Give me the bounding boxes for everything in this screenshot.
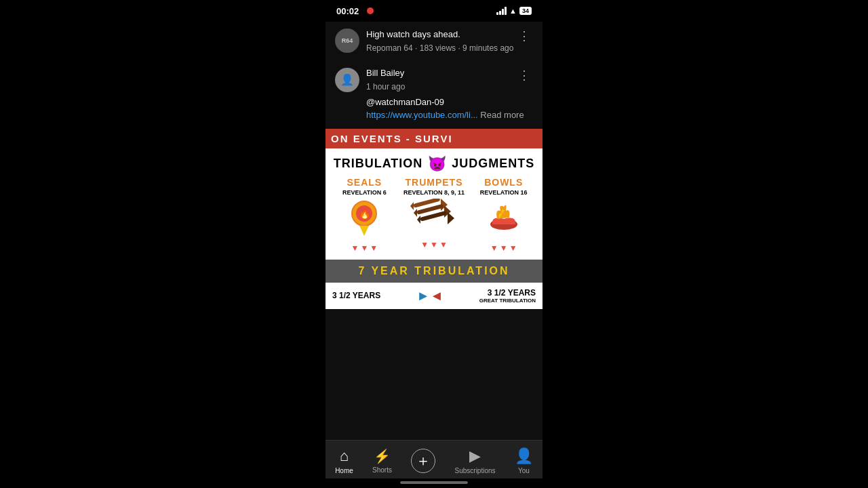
arrow-red-icon: ◄ [430, 288, 443, 304]
col-arrows-trumpets: ▼ ▼ ▼ [420, 240, 448, 249]
battery-indicator: 34 [519, 7, 532, 15]
col-title-bowls: BOWLS [484, 177, 523, 188]
col-bowls: BOWLS Revelation 16 [470, 177, 537, 253]
col-trumpets: TRUMPETS Revelation 8, 9, 11 [401, 177, 468, 249]
col-arrows-bowls: ▼ ▼ ▼ [490, 243, 517, 253]
shorts-icon: ⚡ [374, 448, 391, 464]
home-indicator [326, 479, 542, 488]
comment-header-repoman: High watch days ahead. Repoman 64 · 183 … [366, 28, 533, 54]
create-icon: ＋ [411, 449, 435, 473]
home-bar [400, 481, 468, 484]
svg-marker-5 [410, 202, 414, 210]
comment-title-repoman: High watch days ahead. [366, 28, 513, 41]
nav-shorts[interactable]: ⚡ Shorts [367, 447, 397, 475]
events-banner: ON EVENTS - SURVI [326, 129, 542, 148]
svg-marker-11 [417, 216, 420, 224]
years-right: 3 1/2 YEARS Great Tribulation [479, 288, 536, 304]
avatar-billbailey[interactable]: 👤 [335, 68, 359, 92]
home-icon: ⌂ [340, 447, 349, 465]
col-title-trumpets: TRUMPETS [406, 177, 463, 188]
status-bar: 00:02 ▲ 34 [326, 0, 542, 22]
nav-label-subscriptions: Subscriptions [455, 467, 496, 474]
seven-year-text: 7 YEAR TRIBULATION [358, 265, 509, 277]
years-right-main: 3 1/2 YEARS [479, 288, 536, 298]
nav-home[interactable]: ⌂ Home [330, 446, 359, 476]
tribulation-chart: TRIBULATION 👿 JUDGMENTS SEALS Revelation… [326, 148, 542, 260]
comment-text-billbailey: @watchmanDan-09 https://www.youtube.com/… [366, 96, 533, 122]
col-ref-trumpets: Revelation 8, 9, 11 [403, 189, 465, 196]
col-arrows-seals: ▼ ▼ ▼ [351, 243, 378, 253]
chart-title-tribulation: TRIBULATION [334, 157, 423, 171]
read-more-link[interactable]: Read more [480, 110, 524, 120]
svg-marker-12 [448, 212, 454, 224]
scroll-content: R64 High watch days ahead. Repoman 64 · … [326, 22, 542, 440]
image-section: ON EVENTS - SURVI TRIBULATION 👿 JUDGMENT… [326, 129, 542, 309]
banner-text: ON EVENTS - SURVI [331, 133, 453, 144]
col-icon-bowls [487, 199, 521, 241]
recording-indicator [367, 7, 374, 14]
nav-you[interactable]: 👤 You [509, 446, 538, 476]
devil-icon: 👿 [428, 155, 446, 173]
you-icon: 👤 [515, 447, 533, 465]
svg-marker-8 [414, 209, 417, 217]
chart-title-judgments: JUDGMENTS [452, 157, 534, 171]
col-ref-seals: Revelation 6 [342, 189, 387, 196]
signal-icon [496, 7, 507, 15]
comment-repoman: R64 High watch days ahead. Repoman 64 · … [326, 22, 542, 61]
years-bar: 3 1/2 YEARS ► ◄ 3 1/2 YEARS Great Tribul… [326, 283, 542, 309]
comment-meta-billbailey: 1 hour ago [366, 81, 405, 93]
svg-marker-3 [359, 226, 369, 236]
comment-link[interactable]: https://www.youtube.com/li... [366, 110, 478, 120]
more-button-billbailey[interactable]: ⋮ [515, 68, 533, 83]
nav-create[interactable]: ＋ [406, 447, 441, 474]
seven-year-bar: 7 YEAR TRIBULATION [326, 260, 542, 283]
comment-billbailey: 👤 Bill Bailey 1 hour ago ⋮ @watchmanDan-… [326, 61, 542, 129]
years-left: 3 1/2 YEARS [332, 291, 380, 300]
status-time: 00:02 [336, 6, 359, 16]
nav-label-you: You [518, 467, 530, 474]
comment-meta-repoman: Repoman 64 · 183 views · 9 minutes ago [366, 43, 513, 54]
comment-mention: @watchmanDan-09 [366, 97, 444, 107]
chart-columns: SEALS Revelation 6 🔥 ▼ [331, 177, 537, 253]
chart-title: TRIBULATION 👿 JUDGMENTS [331, 155, 537, 173]
years-arrows: ► ◄ [416, 288, 443, 304]
col-icon-seals: 🔥 [347, 199, 381, 241]
comment-header-billbailey: Bill Bailey 1 hour ago ⋮ [366, 68, 533, 93]
svg-text:🔥: 🔥 [359, 208, 371, 220]
status-center [364, 7, 496, 14]
col-icon-trumpets [410, 199, 458, 237]
comment-body-billbailey: Bill Bailey 1 hour ago ⋮ @watchmanDan-09… [366, 68, 533, 122]
years-right-sub: Great Tribulation [479, 298, 536, 304]
comment-author-billbailey: Bill Bailey [366, 68, 405, 79]
status-bar-right: ▲ 34 [496, 7, 532, 15]
comment-body-repoman: High watch days ahead. Repoman 64 · 183 … [366, 28, 533, 54]
avatar-repoman[interactable]: R64 [335, 28, 359, 53]
nav-label-shorts: Shorts [372, 466, 392, 474]
wifi-icon: ▲ [509, 7, 517, 15]
nav-label-home: Home [335, 467, 353, 474]
col-ref-bowls: Revelation 16 [480, 189, 528, 196]
arrow-blue-icon: ► [416, 288, 430, 304]
nav-subscriptions[interactable]: ▶ Subscriptions [450, 446, 501, 476]
phone-frame: 00:02 ▲ 34 R64 High watch day [326, 0, 542, 488]
col-seals: SEALS Revelation 6 🔥 ▼ [331, 177, 398, 253]
bottom-nav: ⌂ Home ⚡ Shorts ＋ ▶ Subscriptions 👤 You [326, 440, 542, 479]
subscriptions-icon: ▶ [469, 447, 481, 465]
col-title-seals: SEALS [347, 177, 382, 188]
more-button-repoman[interactable]: ⋮ [515, 28, 533, 43]
